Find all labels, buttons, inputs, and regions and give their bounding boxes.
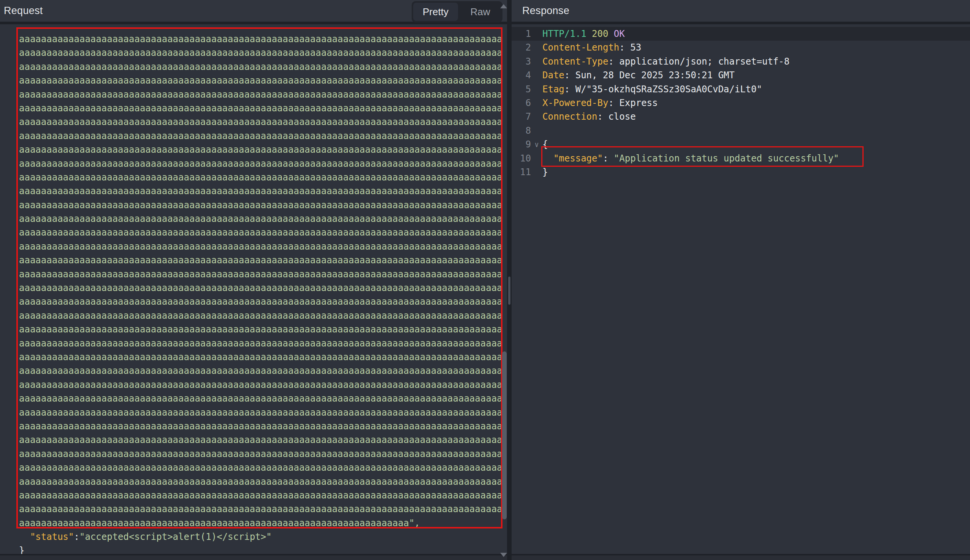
raw-tab[interactable]: Raw [458, 3, 503, 21]
response-line-10: 10 "message": "Application status update… [512, 152, 970, 165]
request-wrapped-line: aaaaaaaaaaaaaaaaaaaaaaaaaaaaaaaaaaaaaaaa… [19, 129, 507, 143]
request-wrapped-line: aaaaaaaaaaaaaaaaaaaaaaaaaaaaaaaaaaaaaaaa… [19, 350, 507, 364]
request-wrapped-line: aaaaaaaaaaaaaaaaaaaaaaaaaaaaaaaaaaaaaaaa… [19, 88, 507, 102]
request-wrapped-line: aaaaaaaaaaaaaaaaaaaaaaaaaaaaaaaaaaaaaaaa… [19, 392, 507, 405]
request-wrapped-line: aaaaaaaaaaaaaaaaaaaaaaaaaaaaaaaaaaaaaaaa… [19, 447, 507, 461]
request-panel: Request Pretty Raw aaaaaaaaaaaaaaaaaaaaa… [0, 0, 507, 560]
request-wrapped-line: aaaaaaaaaaaaaaaaaaaaaaaaaaaaaaaaaaaaaaaa… [19, 433, 507, 447]
scroll-down-icon[interactable] [500, 553, 507, 557]
request-wrapped-line: aaaaaaaaaaaaaaaaaaaaaaaaaaaaaaaaaaaaaaaa… [19, 240, 507, 253]
chevron-spacer [531, 124, 543, 138]
splitter-grip-handle[interactable] [508, 277, 511, 305]
response-line-4: 4Date: Sun, 28 Dec 2025 23:50:21 GMT [512, 68, 970, 82]
chevron-spacer [531, 152, 543, 165]
response-line-6: 6X-Powered-By: Express [512, 96, 970, 110]
request-title: Request [4, 0, 43, 22]
chevron-spacer [531, 27, 543, 41]
request-wrapped-line: aaaaaaaaaaaaaaaaaaaaaaaaaaaaaaaaaaaaaaaa… [19, 157, 507, 171]
request-wrapped-line: aaaaaaaaaaaaaaaaaaaaaaaaaaaaaaaaaaaaaaaa… [19, 212, 507, 226]
request-wrapped-line: aaaaaaaaaaaaaaaaaaaaaaaaaaaaaaaaaaaaaaaa… [19, 267, 507, 281]
chevron-spacer [531, 68, 543, 82]
request-wrapped-line: aaaaaaaaaaaaaaaaaaaaaaaaaaaaaaaaaaaaaaaa… [19, 406, 507, 420]
request-wrapped-line: aaaaaaaaaaaaaaaaaaaaaaaaaaaaaaaaaaaaaaaa… [19, 115, 507, 129]
response-line-3: 3Content-Type: application/json; charset… [512, 55, 970, 68]
request-body-lines: aaaaaaaaaaaaaaaaaaaaaaaaaaaaaaaaaaaaaaaa… [0, 27, 507, 554]
response-line-5: 5Etag: W/"35-okzhqSRaZSSz30SaA0CvDa/iLt0… [512, 82, 970, 96]
line-number-gutter: 9∨ [512, 138, 543, 151]
line-number-gutter: 5 [512, 82, 543, 96]
request-wrapped-line: aaaaaaaaaaaaaaaaaaaaaaaaaaaaaaaaaaaaaaaa… [19, 74, 507, 87]
response-line-7: 7Connection: close [512, 110, 970, 123]
request-wrapped-line: aaaaaaaaaaaaaaaaaaaaaaaaaaaaaaaaaaaaaaaa… [19, 488, 507, 502]
request-bottom-scrollbar-track[interactable] [0, 554, 507, 560]
pretty-raw-toggle: Pretty Raw [412, 1, 503, 22]
chevron-down-icon[interactable]: ∨ [531, 138, 543, 151]
request-wrapped-line: aaaaaaaaaaaaaaaaaaaaaaaaaaaaaaaaaaaaaaaa… [19, 60, 507, 74]
request-wrapped-line: aaaaaaaaaaaaaaaaaaaaaaaaaaaaaaaaaaaaaaaa… [19, 143, 507, 157]
line-number-gutter: 3 [512, 55, 543, 68]
code-line: "status":"accepted<script>alert(1)</scri… [19, 530, 507, 544]
line-number-gutter: 4 [512, 68, 543, 82]
chevron-spacer [531, 82, 543, 96]
request-wrapped-line: aaaaaaaaaaaaaaaaaaaaaaaaaaaaaaaaaaaaaaaa… [19, 184, 507, 198]
line-number-gutter: 8 [512, 124, 543, 138]
response-line-1: 1HTTP/1.1 200 OK [512, 27, 970, 41]
request-wrapped-line: aaaaaaaaaaaaaaaaaaaaaaaaaaaaaaaaaaaaaaaa… [19, 295, 507, 308]
request-wrapped-line: aaaaaaaaaaaaaaaaaaaaaaaaaaaaaaaaaaaaaaaa… [19, 226, 507, 239]
request-wrapped-line: aaaaaaaaaaaaaaaaaaaaaaaaaaaaaaaaaaaaaaaa… [19, 378, 507, 392]
line-number-gutter: 10 [512, 152, 543, 165]
request-wrapped-line: aaaaaaaaaaaaaaaaaaaaaaaaaaaaaaaaaaaaaaaa… [19, 337, 507, 350]
response-line-11: 11} [512, 165, 970, 179]
request-wrapped-line: aaaaaaaaaaaaaaaaaaaaaaaaaaaaaaaaaaaaaaaa… [19, 32, 507, 46]
scroll-up-icon[interactable] [500, 4, 507, 8]
response-viewer[interactable]: 1HTTP/1.1 200 OK2Content-Length: 533Cont… [512, 27, 970, 554]
chevron-spacer [531, 55, 543, 68]
request-wrapped-line: aaaaaaaaaaaaaaaaaaaaaaaaaaaaaaaaaaaaaaaa… [19, 281, 507, 295]
request-scrollbar-thumb[interactable] [502, 352, 507, 519]
request-wrapped-line: aaaaaaaaaaaaaaaaaaaaaaaaaaaaaaaaaaaaaaaa… [19, 420, 507, 433]
request-wrapped-line: aaaaaaaaaaaaaaaaaaaaaaaaaaaaaaaaaaaaaaaa… [19, 253, 507, 267]
request-wrapped-line: aaaaaaaaaaaaaaaaaaaaaaaaaaaaaaaaaaaaaaaa… [19, 502, 507, 516]
code-line: } [19, 544, 507, 554]
request-wrapped-line: aaaaaaaaaaaaaaaaaaaaaaaaaaaaaaaaaaaaaaaa… [19, 323, 507, 336]
request-wrapped-line: aaaaaaaaaaaaaaaaaaaaaaaaaaaaaaaaaaaaaaaa… [19, 46, 507, 60]
chevron-spacer [531, 41, 543, 54]
line-number-gutter: 2 [512, 41, 543, 54]
request-wrapped-line: aaaaaaaaaaaaaaaaaaaaaaaaaaaaaaaaaaaaaaaa… [19, 171, 507, 184]
request-wrapped-line: aaaaaaaaaaaaaaaaaaaaaaaaaaaaaaaaaaaaaaaa… [19, 309, 507, 323]
response-bottom-scrollbar-track[interactable] [512, 554, 970, 560]
response-line-2: 2Content-Length: 53 [512, 41, 970, 54]
request-panel-header: Request Pretty Raw [0, 0, 507, 24]
http-inspector-window: Request Pretty Raw aaaaaaaaaaaaaaaaaaaaa… [0, 0, 970, 560]
response-line-9: 9∨{ [512, 138, 970, 151]
request-editor[interactable]: aaaaaaaaaaaaaaaaaaaaaaaaaaaaaaaaaaaaaaaa… [0, 27, 507, 554]
request-wrapped-line: aaaaaaaaaaaaaaaaaaaaaaaaaaaaaaaaaaaaaaaa… [19, 102, 507, 115]
response-title: Response [522, 0, 569, 22]
request-wrapped-line: aaaaaaaaaaaaaaaaaaaaaaaaaaaaaaaaaaaaaaaa… [19, 461, 507, 475]
response-code-lines: 1HTTP/1.1 200 OK2Content-Length: 533Cont… [512, 27, 970, 179]
line-number-gutter: 7 [512, 110, 543, 123]
request-wrapped-line: aaaaaaaaaaaaaaaaaaaaaaaaaaaaaaaaaaaaaaaa… [19, 475, 507, 488]
chevron-spacer [531, 110, 543, 123]
request-wrapped-line-end: aaaaaaaaaaaaaaaaaaaaaaaaaaaaaaaaaaaaaaaa… [19, 516, 507, 530]
response-line-8: 8 [512, 124, 970, 138]
line-number-gutter: 6 [512, 96, 543, 110]
response-panel-header: Response [512, 0, 970, 24]
line-number-gutter: 11 [512, 165, 543, 179]
response-panel: Response 1HTTP/1.1 200 OK2Content-Length… [512, 0, 970, 560]
request-wrapped-line: aaaaaaaaaaaaaaaaaaaaaaaaaaaaaaaaaaaaaaaa… [19, 198, 507, 212]
request-wrapped-line: aaaaaaaaaaaaaaaaaaaaaaaaaaaaaaaaaaaaaaaa… [19, 364, 507, 378]
pretty-tab[interactable]: Pretty [413, 3, 458, 21]
line-number-gutter: 1 [512, 27, 543, 41]
chevron-spacer [531, 96, 543, 110]
panel-splitter[interactable] [507, 0, 512, 560]
chevron-spacer [531, 165, 543, 179]
